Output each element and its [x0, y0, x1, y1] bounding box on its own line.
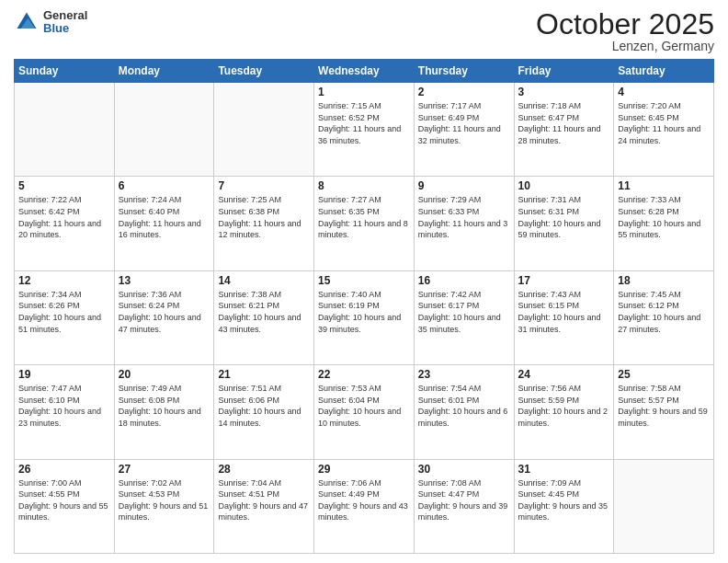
calendar-day-cell: 25Sunrise: 7:58 AMSunset: 5:57 PMDayligh…	[614, 365, 714, 459]
calendar-day-cell: 8Sunrise: 7:27 AMSunset: 6:35 PMDaylight…	[314, 177, 415, 270]
calendar-body: 1Sunrise: 7:15 AMSunset: 6:52 PMDaylight…	[15, 83, 714, 554]
weekday-header-cell: Saturday	[614, 60, 714, 83]
day-number: 26	[18, 463, 110, 476]
day-info: Sunrise: 7:15 AMSunset: 6:52 PMDaylight:…	[318, 100, 410, 146]
calendar-day-cell: 26Sunrise: 7:00 AMSunset: 4:55 PMDayligh…	[15, 459, 115, 553]
day-info: Sunrise: 7:54 AMSunset: 6:01 PMDaylight:…	[418, 383, 510, 429]
day-info: Sunrise: 7:02 AMSunset: 4:53 PMDaylight:…	[119, 477, 210, 523]
logo: General Blue	[14, 9, 87, 36]
day-number: 9	[418, 179, 510, 192]
calendar-week-row: 1Sunrise: 7:15 AMSunset: 6:52 PMDaylight…	[15, 83, 714, 177]
calendar-day-cell: 6Sunrise: 7:24 AMSunset: 6:40 PMDaylight…	[114, 177, 214, 270]
day-number: 6	[119, 179, 210, 192]
title-block: October 2025 Lenzen, Germany	[536, 9, 714, 53]
day-number: 10	[518, 179, 610, 192]
calendar-day-cell: 19Sunrise: 7:47 AMSunset: 6:10 PMDayligh…	[15, 365, 115, 459]
day-number: 3	[518, 86, 610, 98]
month-title: October 2025	[536, 9, 714, 39]
day-info: Sunrise: 7:45 AMSunset: 6:12 PMDaylight:…	[618, 289, 710, 335]
day-info: Sunrise: 7:31 AMSunset: 6:31 PMDaylight:…	[518, 194, 610, 240]
day-info: Sunrise: 7:33 AMSunset: 6:28 PMDaylight:…	[618, 194, 710, 240]
calendar-day-cell: 2Sunrise: 7:17 AMSunset: 6:49 PMDaylight…	[414, 83, 514, 177]
day-number: 29	[318, 463, 410, 476]
day-number: 24	[518, 368, 610, 381]
day-number: 13	[119, 274, 210, 287]
day-number: 5	[18, 179, 110, 192]
weekday-header-cell: Tuesday	[214, 60, 314, 83]
day-info: Sunrise: 7:40 AMSunset: 6:19 PMDaylight:…	[318, 289, 410, 335]
calendar-day-cell: 29Sunrise: 7:06 AMSunset: 4:49 PMDayligh…	[314, 459, 415, 553]
day-number: 16	[418, 274, 510, 287]
calendar-day-cell: 3Sunrise: 7:18 AMSunset: 6:47 PMDaylight…	[514, 83, 614, 177]
day-info: Sunrise: 7:22 AMSunset: 6:42 PMDaylight:…	[18, 194, 110, 240]
location: Lenzen, Germany	[536, 39, 714, 53]
calendar-day-cell: 9Sunrise: 7:29 AMSunset: 6:33 PMDaylight…	[414, 177, 514, 270]
calendar-day-cell: 11Sunrise: 7:33 AMSunset: 6:28 PMDayligh…	[614, 177, 714, 270]
calendar-day-cell: 30Sunrise: 7:08 AMSunset: 4:47 PMDayligh…	[414, 459, 514, 553]
header: General Blue October 2025 Lenzen, German…	[14, 9, 714, 53]
weekday-header-row: SundayMondayTuesdayWednesdayThursdayFrid…	[15, 60, 714, 83]
day-info: Sunrise: 7:53 AMSunset: 6:04 PMDaylight:…	[318, 383, 410, 429]
day-number: 30	[418, 463, 510, 476]
calendar-day-cell: 4Sunrise: 7:20 AMSunset: 6:45 PMDaylight…	[614, 83, 714, 177]
day-number: 8	[318, 179, 410, 192]
day-info: Sunrise: 7:20 AMSunset: 6:45 PMDaylight:…	[618, 100, 710, 146]
calendar-day-cell: 16Sunrise: 7:42 AMSunset: 6:17 PMDayligh…	[414, 270, 514, 364]
calendar-day-cell: 10Sunrise: 7:31 AMSunset: 6:31 PMDayligh…	[514, 177, 614, 270]
weekday-header-cell: Monday	[114, 60, 214, 83]
calendar-day-cell	[214, 83, 314, 177]
calendar-day-cell: 22Sunrise: 7:53 AMSunset: 6:04 PMDayligh…	[314, 365, 415, 459]
day-info: Sunrise: 7:24 AMSunset: 6:40 PMDaylight:…	[119, 194, 210, 240]
day-info: Sunrise: 7:51 AMSunset: 6:06 PMDaylight:…	[218, 383, 310, 429]
day-info: Sunrise: 7:58 AMSunset: 5:57 PMDaylight:…	[618, 383, 710, 429]
logo-icon	[14, 9, 40, 35]
calendar-day-cell	[614, 459, 714, 553]
calendar-week-row: 19Sunrise: 7:47 AMSunset: 6:10 PMDayligh…	[15, 365, 714, 459]
day-info: Sunrise: 7:49 AMSunset: 6:08 PMDaylight:…	[119, 383, 210, 429]
day-number: 31	[518, 463, 610, 476]
logo-blue: Blue	[43, 22, 87, 35]
day-number: 11	[618, 179, 710, 192]
weekday-header-cell: Wednesday	[314, 60, 415, 83]
calendar-day-cell: 24Sunrise: 7:56 AMSunset: 5:59 PMDayligh…	[514, 365, 614, 459]
calendar-week-row: 12Sunrise: 7:34 AMSunset: 6:26 PMDayligh…	[15, 270, 714, 364]
day-number: 18	[618, 274, 710, 287]
day-info: Sunrise: 7:38 AMSunset: 6:21 PMDaylight:…	[218, 289, 310, 335]
day-number: 27	[119, 463, 210, 476]
day-info: Sunrise: 7:42 AMSunset: 6:17 PMDaylight:…	[418, 289, 510, 335]
day-number: 21	[218, 368, 310, 381]
calendar-day-cell: 15Sunrise: 7:40 AMSunset: 6:19 PMDayligh…	[314, 270, 415, 364]
day-number: 12	[18, 274, 110, 287]
calendar-day-cell	[114, 83, 214, 177]
day-number: 28	[218, 463, 310, 476]
day-info: Sunrise: 7:18 AMSunset: 6:47 PMDaylight:…	[518, 100, 610, 146]
calendar-day-cell: 5Sunrise: 7:22 AMSunset: 6:42 PMDaylight…	[15, 177, 115, 270]
calendar-day-cell: 7Sunrise: 7:25 AMSunset: 6:38 PMDaylight…	[214, 177, 314, 270]
calendar-day-cell: 14Sunrise: 7:38 AMSunset: 6:21 PMDayligh…	[214, 270, 314, 364]
calendar-day-cell: 20Sunrise: 7:49 AMSunset: 6:08 PMDayligh…	[114, 365, 214, 459]
day-number: 2	[418, 86, 510, 98]
day-info: Sunrise: 7:17 AMSunset: 6:49 PMDaylight:…	[418, 100, 510, 146]
day-info: Sunrise: 7:27 AMSunset: 6:35 PMDaylight:…	[318, 194, 410, 240]
day-number: 7	[218, 179, 310, 192]
day-info: Sunrise: 7:43 AMSunset: 6:15 PMDaylight:…	[518, 289, 610, 335]
calendar-day-cell: 1Sunrise: 7:15 AMSunset: 6:52 PMDaylight…	[314, 83, 415, 177]
calendar-day-cell: 23Sunrise: 7:54 AMSunset: 6:01 PMDayligh…	[414, 365, 514, 459]
day-info: Sunrise: 7:47 AMSunset: 6:10 PMDaylight:…	[18, 383, 110, 429]
calendar-week-row: 26Sunrise: 7:00 AMSunset: 4:55 PMDayligh…	[15, 459, 714, 553]
day-number: 17	[518, 274, 610, 287]
page: General Blue October 2025 Lenzen, German…	[0, 0, 728, 563]
calendar-day-cell: 13Sunrise: 7:36 AMSunset: 6:24 PMDayligh…	[114, 270, 214, 364]
calendar-day-cell	[15, 83, 115, 177]
day-number: 14	[218, 274, 310, 287]
calendar-day-cell: 27Sunrise: 7:02 AMSunset: 4:53 PMDayligh…	[114, 459, 214, 553]
day-number: 20	[119, 368, 210, 381]
day-info: Sunrise: 7:04 AMSunset: 4:51 PMDaylight:…	[218, 477, 310, 523]
day-number: 19	[18, 368, 110, 381]
day-info: Sunrise: 7:08 AMSunset: 4:47 PMDaylight:…	[418, 477, 510, 523]
day-number: 25	[618, 368, 710, 381]
day-number: 23	[418, 368, 510, 381]
calendar-day-cell: 12Sunrise: 7:34 AMSunset: 6:26 PMDayligh…	[15, 270, 115, 364]
day-info: Sunrise: 7:06 AMSunset: 4:49 PMDaylight:…	[318, 477, 410, 523]
day-info: Sunrise: 7:25 AMSunset: 6:38 PMDaylight:…	[218, 194, 310, 240]
